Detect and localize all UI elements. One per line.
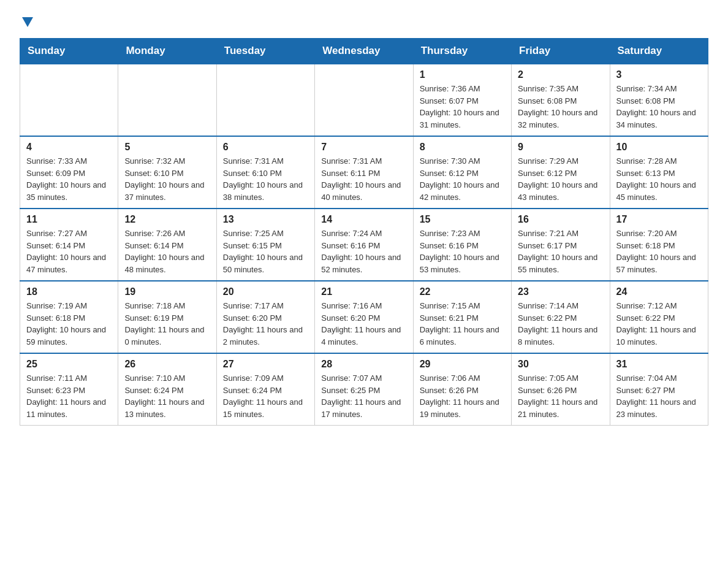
day-number: 4 xyxy=(26,142,112,153)
day-number: 8 xyxy=(420,142,505,153)
day-info: Sunrise: 7:27 AM Sunset: 6:14 PM Dayligh… xyxy=(26,228,112,275)
calendar-cell: 23Sunrise: 7:14 AM Sunset: 6:22 PM Dayli… xyxy=(512,281,610,353)
week-row-3: 11Sunrise: 7:27 AM Sunset: 6:14 PM Dayli… xyxy=(20,209,708,281)
day-number: 10 xyxy=(616,142,702,153)
calendar-cell: 12Sunrise: 7:26 AM Sunset: 6:14 PM Dayli… xyxy=(118,209,216,281)
day-info: Sunrise: 7:18 AM Sunset: 6:19 PM Dayligh… xyxy=(124,300,210,348)
day-number: 3 xyxy=(616,69,702,80)
day-number: 23 xyxy=(518,286,603,297)
day-info: Sunrise: 7:31 AM Sunset: 6:11 PM Dayligh… xyxy=(321,155,406,203)
calendar-cell: 15Sunrise: 7:23 AM Sunset: 6:16 PM Dayli… xyxy=(413,209,511,281)
day-number: 19 xyxy=(124,286,210,297)
day-number: 13 xyxy=(223,214,308,225)
week-row-5: 25Sunrise: 7:11 AM Sunset: 6:23 PM Dayli… xyxy=(20,353,708,426)
calendar-cell: 1Sunrise: 7:36 AM Sunset: 6:07 PM Daylig… xyxy=(413,64,511,136)
calendar-header-tuesday: Tuesday xyxy=(216,39,314,64)
day-number: 2 xyxy=(518,69,603,80)
calendar-header-wednesday: Wednesday xyxy=(315,39,413,64)
day-number: 16 xyxy=(518,214,603,225)
calendar-table: SundayMondayTuesdayWednesdayThursdayFrid… xyxy=(20,38,708,426)
svg-marker-0 xyxy=(22,17,33,27)
day-number: 28 xyxy=(321,359,406,370)
calendar-cell xyxy=(216,64,314,136)
calendar-cell: 16Sunrise: 7:21 AM Sunset: 6:17 PM Dayli… xyxy=(512,209,610,281)
calendar-cell: 6Sunrise: 7:31 AM Sunset: 6:10 PM Daylig… xyxy=(216,136,314,209)
calendar-cell: 31Sunrise: 7:04 AM Sunset: 6:27 PM Dayli… xyxy=(610,353,708,426)
calendar-header-friday: Friday xyxy=(512,39,610,64)
calendar-cell: 9Sunrise: 7:29 AM Sunset: 6:12 PM Daylig… xyxy=(512,136,610,209)
day-info: Sunrise: 7:04 AM Sunset: 6:27 PM Dayligh… xyxy=(616,372,702,420)
week-row-4: 18Sunrise: 7:19 AM Sunset: 6:18 PM Dayli… xyxy=(20,281,708,353)
calendar-cell: 25Sunrise: 7:11 AM Sunset: 6:23 PM Dayli… xyxy=(20,353,118,426)
day-number: 17 xyxy=(616,214,702,225)
calendar-cell: 20Sunrise: 7:17 AM Sunset: 6:20 PM Dayli… xyxy=(216,281,314,353)
calendar-cell: 13Sunrise: 7:25 AM Sunset: 6:15 PM Dayli… xyxy=(216,209,314,281)
calendar-cell: 10Sunrise: 7:28 AM Sunset: 6:13 PM Dayli… xyxy=(610,136,708,209)
day-info: Sunrise: 7:28 AM Sunset: 6:13 PM Dayligh… xyxy=(616,155,702,203)
calendar-cell: 18Sunrise: 7:19 AM Sunset: 6:18 PM Dayli… xyxy=(20,281,118,353)
calendar-cell: 28Sunrise: 7:07 AM Sunset: 6:25 PM Dayli… xyxy=(315,353,413,426)
day-info: Sunrise: 7:29 AM Sunset: 6:12 PM Dayligh… xyxy=(518,155,603,203)
calendar-cell xyxy=(118,64,216,136)
day-info: Sunrise: 7:36 AM Sunset: 6:07 PM Dayligh… xyxy=(420,83,505,131)
calendar-header-thursday: Thursday xyxy=(413,39,511,64)
day-number: 20 xyxy=(223,286,308,297)
day-number: 22 xyxy=(420,286,505,297)
calendar-header-monday: Monday xyxy=(118,39,216,64)
day-info: Sunrise: 7:05 AM Sunset: 6:26 PM Dayligh… xyxy=(518,372,603,420)
day-info: Sunrise: 7:26 AM Sunset: 6:14 PM Dayligh… xyxy=(124,228,210,275)
day-info: Sunrise: 7:10 AM Sunset: 6:24 PM Dayligh… xyxy=(124,372,210,420)
day-info: Sunrise: 7:09 AM Sunset: 6:24 PM Dayligh… xyxy=(223,372,308,420)
day-number: 7 xyxy=(321,142,406,153)
day-info: Sunrise: 7:25 AM Sunset: 6:15 PM Dayligh… xyxy=(223,228,308,275)
calendar-cell: 19Sunrise: 7:18 AM Sunset: 6:19 PM Dayli… xyxy=(118,281,216,353)
day-number: 24 xyxy=(616,286,702,297)
day-info: Sunrise: 7:21 AM Sunset: 6:17 PM Dayligh… xyxy=(518,228,603,275)
calendar-cell: 5Sunrise: 7:32 AM Sunset: 6:10 PM Daylig… xyxy=(118,136,216,209)
calendar-cell: 22Sunrise: 7:15 AM Sunset: 6:21 PM Dayli… xyxy=(413,281,511,353)
calendar-cell xyxy=(315,64,413,136)
day-info: Sunrise: 7:30 AM Sunset: 6:12 PM Dayligh… xyxy=(420,155,505,203)
day-info: Sunrise: 7:07 AM Sunset: 6:25 PM Dayligh… xyxy=(321,372,406,420)
day-number: 9 xyxy=(518,142,603,153)
calendar-cell: 30Sunrise: 7:05 AM Sunset: 6:26 PM Dayli… xyxy=(512,353,610,426)
day-info: Sunrise: 7:06 AM Sunset: 6:26 PM Dayligh… xyxy=(420,372,505,420)
calendar-cell: 11Sunrise: 7:27 AM Sunset: 6:14 PM Dayli… xyxy=(20,209,118,281)
day-number: 25 xyxy=(26,359,112,370)
calendar-header-sunday: Sunday xyxy=(20,39,118,64)
day-info: Sunrise: 7:17 AM Sunset: 6:20 PM Dayligh… xyxy=(223,300,308,348)
day-info: Sunrise: 7:24 AM Sunset: 6:16 PM Dayligh… xyxy=(321,228,406,275)
day-number: 30 xyxy=(518,359,603,370)
day-number: 27 xyxy=(223,359,308,370)
week-row-2: 4Sunrise: 7:33 AM Sunset: 6:09 PM Daylig… xyxy=(20,136,708,209)
calendar-cell xyxy=(20,64,118,136)
calendar-header-row: SundayMondayTuesdayWednesdayThursdayFrid… xyxy=(20,39,708,64)
day-info: Sunrise: 7:12 AM Sunset: 6:22 PM Dayligh… xyxy=(616,300,702,348)
day-number: 26 xyxy=(124,359,210,370)
calendar-cell: 24Sunrise: 7:12 AM Sunset: 6:22 PM Dayli… xyxy=(610,281,708,353)
day-info: Sunrise: 7:23 AM Sunset: 6:16 PM Dayligh… xyxy=(420,228,505,275)
calendar-cell: 29Sunrise: 7:06 AM Sunset: 6:26 PM Dayli… xyxy=(413,353,511,426)
day-info: Sunrise: 7:35 AM Sunset: 6:08 PM Dayligh… xyxy=(518,83,603,131)
day-number: 21 xyxy=(321,286,406,297)
day-info: Sunrise: 7:16 AM Sunset: 6:20 PM Dayligh… xyxy=(321,300,406,348)
page-header xyxy=(20,15,708,28)
calendar-cell: 17Sunrise: 7:20 AM Sunset: 6:18 PM Dayli… xyxy=(610,209,708,281)
day-info: Sunrise: 7:34 AM Sunset: 6:08 PM Dayligh… xyxy=(616,83,702,131)
day-number: 18 xyxy=(26,286,112,297)
day-number: 15 xyxy=(420,214,505,225)
day-number: 29 xyxy=(420,359,505,370)
day-info: Sunrise: 7:33 AM Sunset: 6:09 PM Dayligh… xyxy=(26,155,112,203)
calendar-cell: 3Sunrise: 7:34 AM Sunset: 6:08 PM Daylig… xyxy=(610,64,708,136)
day-number: 5 xyxy=(124,142,210,153)
calendar-cell: 21Sunrise: 7:16 AM Sunset: 6:20 PM Dayli… xyxy=(315,281,413,353)
day-number: 1 xyxy=(420,69,505,80)
calendar-cell: 14Sunrise: 7:24 AM Sunset: 6:16 PM Dayli… xyxy=(315,209,413,281)
calendar-header-saturday: Saturday xyxy=(610,39,708,64)
calendar-cell: 7Sunrise: 7:31 AM Sunset: 6:11 PM Daylig… xyxy=(315,136,413,209)
calendar-cell: 4Sunrise: 7:33 AM Sunset: 6:09 PM Daylig… xyxy=(20,136,118,209)
calendar-cell: 26Sunrise: 7:10 AM Sunset: 6:24 PM Dayli… xyxy=(118,353,216,426)
day-info: Sunrise: 7:31 AM Sunset: 6:10 PM Dayligh… xyxy=(223,155,308,203)
day-info: Sunrise: 7:11 AM Sunset: 6:23 PM Dayligh… xyxy=(26,372,112,420)
day-info: Sunrise: 7:20 AM Sunset: 6:18 PM Dayligh… xyxy=(616,228,702,275)
